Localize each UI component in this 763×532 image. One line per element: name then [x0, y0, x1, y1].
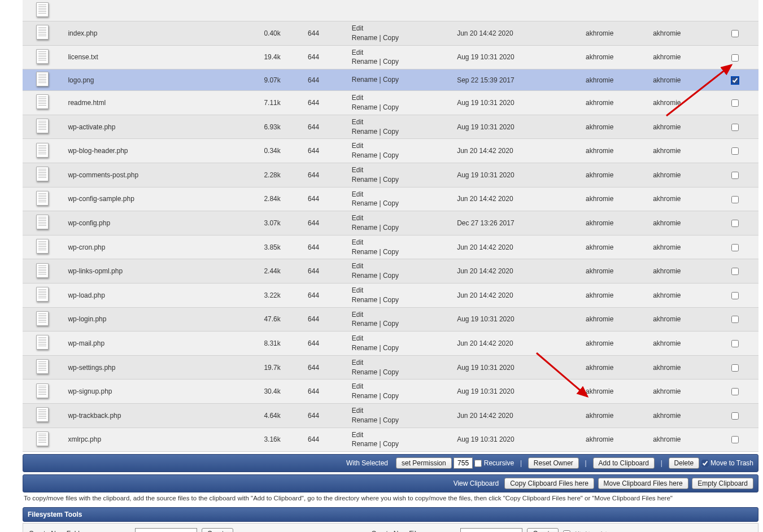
copy-link[interactable]: Copy	[383, 344, 399, 352]
edit-link[interactable]: Edit	[352, 359, 364, 367]
file-perms-link[interactable]: 644	[308, 267, 319, 275]
copy-link[interactable]: Copy	[383, 320, 399, 328]
rename-link[interactable]: Rename	[352, 151, 377, 159]
copy-link[interactable]: Copy	[383, 224, 399, 232]
copy-link[interactable]: Copy	[383, 248, 399, 256]
copy-link[interactable]: Copy	[383, 103, 399, 111]
file-name-link[interactable]: wp-settings.php	[68, 364, 115, 372]
copy-link[interactable]: Copy	[383, 76, 399, 84]
rename-link[interactable]: Rename	[352, 416, 377, 424]
copy-link[interactable]: Copy	[383, 176, 399, 184]
set-permission-button[interactable]: set Permission	[396, 457, 452, 469]
file-name-link[interactable]: wp-load.php	[68, 291, 104, 299]
move-to-trash-checkbox[interactable]	[701, 460, 709, 467]
select-row-checkbox[interactable]	[731, 268, 739, 275]
rename-link[interactable]: Rename	[352, 128, 377, 136]
file-perms-link[interactable]: 644	[308, 195, 319, 203]
file-name-link[interactable]: wp-activate.php	[68, 123, 115, 131]
copy-link[interactable]: Copy	[383, 272, 399, 280]
edit-link[interactable]: Edit	[352, 262, 364, 270]
create-folder-button[interactable]: Create	[202, 528, 233, 532]
select-row-checkbox[interactable]	[731, 124, 739, 131]
new-file-input[interactable]	[460, 528, 522, 532]
select-row-checkbox[interactable]	[731, 220, 739, 227]
file-name-link[interactable]: wp-login.php	[68, 315, 106, 323]
copy-link[interactable]: Copy	[383, 151, 399, 159]
rename-link[interactable]: Rename	[352, 320, 377, 328]
select-row-checkbox[interactable]	[731, 196, 739, 203]
rename-link[interactable]: Rename	[352, 199, 377, 207]
rename-link[interactable]: Rename	[352, 176, 377, 184]
copy-link[interactable]: Copy	[383, 416, 399, 424]
file-perms-link[interactable]: 644	[308, 53, 319, 61]
file-perms-link[interactable]: 644	[308, 76, 319, 84]
file-perms-link[interactable]: 644	[308, 99, 319, 107]
select-row-checkbox[interactable]	[731, 436, 739, 443]
file-perms-link[interactable]: 644	[308, 291, 319, 299]
html-template-checkbox[interactable]	[563, 530, 570, 532]
select-row-checkbox[interactable]	[731, 292, 739, 299]
edit-link[interactable]: Edit	[352, 382, 364, 390]
select-row-checkbox[interactable]	[731, 340, 739, 347]
edit-link[interactable]: Edit	[352, 431, 364, 439]
rename-link[interactable]: Rename	[352, 296, 377, 304]
permission-input[interactable]	[454, 457, 473, 469]
rename-link[interactable]: Rename	[352, 344, 377, 352]
copy-link[interactable]: Copy	[383, 440, 399, 448]
file-name-link[interactable]: wp-trackback.php	[68, 412, 121, 420]
select-row-checkbox[interactable]	[731, 147, 739, 155]
edit-link[interactable]: Edit	[352, 166, 364, 174]
file-perms-link[interactable]: 644	[308, 339, 319, 347]
create-file-button[interactable]: Create	[527, 528, 559, 532]
file-name-link[interactable]: wp-blog-header.php	[68, 147, 128, 155]
file-perms-link[interactable]: 644	[308, 29, 319, 37]
file-name-link[interactable]: index.php	[68, 29, 97, 37]
rename-link[interactable]: Rename	[352, 440, 377, 448]
file-name-link[interactable]: xmlrpc.php	[68, 435, 101, 443]
edit-link[interactable]: Edit	[352, 24, 364, 32]
edit-link[interactable]: Edit	[352, 190, 364, 198]
rename-link[interactable]: Rename	[352, 76, 377, 84]
edit-link[interactable]: Edit	[352, 238, 364, 246]
copy-link[interactable]: Copy	[383, 34, 399, 42]
edit-link[interactable]: Edit	[352, 142, 364, 150]
rename-link[interactable]: Rename	[352, 248, 377, 256]
select-row-checkbox[interactable]	[731, 316, 739, 323]
select-row-checkbox[interactable]	[731, 388, 739, 395]
file-name-link[interactable]: wp-config-sample.php	[68, 195, 134, 203]
reset-owner-button[interactable]: Reset Owner	[528, 457, 579, 469]
file-name-link[interactable]: logo.png	[68, 76, 94, 84]
delete-button[interactable]: Delete	[669, 457, 700, 469]
rename-link[interactable]: Rename	[352, 368, 377, 376]
copy-clipboard-here-button[interactable]: Copy Clipboard Files here	[504, 478, 594, 489]
edit-link[interactable]: Edit	[352, 334, 364, 342]
file-perms-link[interactable]: 644	[308, 243, 319, 251]
view-clipboard-link[interactable]: View Clipboard	[454, 479, 499, 487]
select-row-checkbox[interactable]	[731, 364, 739, 372]
edit-link[interactable]: Edit	[352, 407, 364, 415]
new-folder-input[interactable]	[135, 528, 197, 532]
file-perms-link[interactable]: 644	[308, 171, 319, 179]
move-clipboard-here-button[interactable]: Move Clipboard Files here	[598, 478, 688, 489]
copy-link[interactable]: Copy	[383, 368, 399, 376]
select-row-checkbox[interactable]	[731, 412, 739, 420]
add-to-clipboard-button[interactable]: Add to Clipboard	[593, 457, 655, 469]
file-name-link[interactable]: wp-mail.php	[68, 339, 104, 347]
empty-clipboard-button[interactable]: Empty Clipboard	[692, 478, 753, 489]
rename-link[interactable]: Rename	[352, 392, 377, 400]
edit-link[interactable]: Edit	[352, 49, 364, 56]
file-perms-link[interactable]: 644	[308, 412, 319, 420]
copy-link[interactable]: Copy	[383, 296, 399, 304]
rename-link[interactable]: Rename	[352, 224, 377, 232]
copy-link[interactable]: Copy	[383, 128, 399, 136]
select-row-checkbox[interactable]	[731, 99, 739, 107]
select-row-checkbox[interactable]	[731, 244, 739, 251]
file-name-link[interactable]: wp-links-opml.php	[68, 267, 123, 275]
copy-link[interactable]: Copy	[383, 58, 399, 66]
file-name-link[interactable]: wp-config.php	[68, 219, 110, 227]
select-row-checkbox[interactable]	[731, 54, 739, 62]
copy-link[interactable]: Copy	[383, 199, 399, 207]
edit-link[interactable]: Edit	[352, 286, 364, 294]
file-name-link[interactable]: readme.html	[68, 99, 106, 107]
select-row-checkbox[interactable]	[731, 172, 739, 179]
